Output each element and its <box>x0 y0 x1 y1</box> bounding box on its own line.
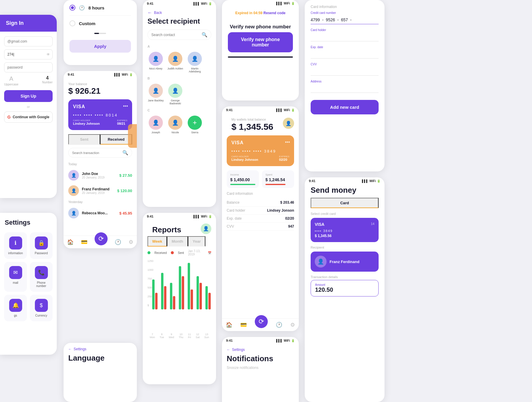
fab-transfer-button[interactable]: ⟳ <box>95 232 108 245</box>
mini-card-balance: $ 1,345.56 <box>315 234 374 238</box>
tab-sent[interactable]: Sent <box>68 134 100 145</box>
timer-8hours-label: 8 hours <box>88 5 104 10</box>
mw-card-icon[interactable]: 💳 <box>240 322 247 328</box>
name-nicole: Nicole <box>171 131 179 134</box>
sm-signal-icon: ▌▌▌ <box>362 179 368 183</box>
contacts-b-row: 👤 Jane Backley 👤 George Badowski <box>143 82 216 107</box>
timer-option-8hours[interactable]: 🕐 8 hours <box>64 0 137 15</box>
card-info-title: Card information <box>227 192 294 196</box>
r-wifi-icon: WiFi <box>201 215 207 218</box>
alpha-b: B <box>143 75 216 82</box>
tab-received[interactable]: Received <box>100 134 132 145</box>
txn-row-john[interactable]: 👤 John Doe 20 January, 2019 $ 27.50 <box>64 168 137 183</box>
contact-search-icon[interactable]: 🔍 <box>202 32 207 38</box>
signin-header: Sign In <box>0 15 57 32</box>
recipient-sm-label: Recipient <box>305 246 385 252</box>
date-range: Jan 7-13, 2019 📅 <box>188 249 211 256</box>
contact-judith[interactable]: 👤 Judith Acklen <box>167 52 184 73</box>
contact-george[interactable]: 👤 George Badowski <box>167 84 184 105</box>
mini-visa-card: 14 VISA •••• 3849 $ 1,345.56 <box>311 218 379 242</box>
notif-status-bar: 9:41 ▌▌▌ WiFi 🔋 <box>222 337 299 344</box>
settings-item-currency[interactable]: $ Currency <box>30 295 53 321</box>
number-icon: 4 <box>42 75 53 81</box>
search-icon[interactable]: 🔍 <box>122 150 128 155</box>
notif-back-row[interactable]: ← Settings <box>222 344 299 353</box>
apply-button[interactable]: Apply <box>69 40 131 53</box>
card-menu-icon[interactable]: ••• <box>123 103 128 109</box>
verify-button[interactable]: Verify new phone number <box>228 32 293 52</box>
mw-settings-icon[interactable]: ⚙ <box>290 322 295 328</box>
eye-icon[interactable]: 👁 <box>46 52 50 57</box>
select-card-label: Select credit card <box>305 212 385 218</box>
lock-icon: 🔒 <box>35 236 48 249</box>
home-nav-icon[interactable]: 🏠 <box>67 239 74 245</box>
sendmoney-status-bar: 9:41 ▌▌▌ WiFi 🔋 <box>305 177 385 184</box>
expdate-ci-label: Exp. date <box>311 46 379 49</box>
resend-link[interactable]: Resend code <box>263 11 286 15</box>
radio-custom[interactable] <box>69 20 75 26</box>
contact-jane[interactable]: 👤 Jane Backley <box>147 84 164 105</box>
addcard-button[interactable]: Add new card <box>311 100 379 114</box>
alpha-c: C <box>143 107 216 114</box>
orange-expires-val: 02/20 <box>279 158 289 161</box>
income-box: Income $ 1,450.00 <box>227 170 259 188</box>
day-thu: 10Thu <box>179 333 184 339</box>
mw-home-icon[interactable]: 🏠 <box>226 322 232 328</box>
day-sun: 13Sun <box>204 333 209 339</box>
tab-month[interactable]: Month <box>167 236 188 247</box>
exp-val: 02/20 <box>285 216 294 221</box>
txn-row-rebecca[interactable]: 👤 Rebecca Moo... $ 45.95 <box>64 205 137 221</box>
calendar-icon[interactable]: 📅 <box>208 251 211 255</box>
tab-year[interactable]: Year <box>188 236 205 247</box>
mw-fab-button[interactable]: ⟳ <box>255 315 268 328</box>
settings-item-password[interactable]: 🔒 Password <box>30 232 53 259</box>
address-ci-input[interactable] <box>311 84 379 93</box>
mail-label: mail <box>13 281 18 284</box>
contact-add[interactable]: + Sierra <box>186 116 203 134</box>
password-input[interactable] <box>4 49 53 59</box>
svg-rect-12 <box>205 286 208 309</box>
signin-hints: A Uppercase 4 Number <box>4 75 53 86</box>
clock-nav-icon[interactable]: 🕐 <box>115 239 121 245</box>
chart-area: 12501000750500250$ <box>143 257 216 332</box>
settings-nav-icon[interactable]: ⚙ <box>129 239 133 245</box>
tab-week[interactable]: Week <box>147 236 167 247</box>
settings-item-notifications[interactable]: 🔔 gs <box>4 295 27 321</box>
recipient-back-row[interactable]: ← Back <box>143 7 216 16</box>
txn-date-john: 20 January, 2019 <box>82 176 116 179</box>
timer-option-custom[interactable]: Custom <box>64 16 137 31</box>
add-contact-icon[interactable]: + <box>188 116 202 130</box>
tab-card-send[interactable]: Card <box>311 198 379 208</box>
search-input[interactable] <box>72 151 121 155</box>
cardholder-ci-input[interactable] <box>311 33 379 41</box>
contact-joseph[interactable]: 👤 Joseph <box>147 116 164 134</box>
card-nav-icon[interactable]: 💳 <box>81 239 87 245</box>
email-input[interactable] <box>4 36 53 46</box>
contact-nicole[interactable]: 👤 Nicole <box>167 116 184 134</box>
svg-rect-9 <box>191 289 193 309</box>
mw-clock-icon[interactable]: 🕐 <box>276 322 282 328</box>
total-label: My wallets total balance <box>227 114 278 122</box>
settings-item-mail[interactable]: ✉ mail <box>4 262 27 292</box>
radio-8hours[interactable] <box>69 5 75 11</box>
expdate-ci-input[interactable] <box>311 50 379 59</box>
password-placeholder[interactable] <box>4 62 53 72</box>
settings-item-phone[interactable]: 📞 Phone number <box>30 262 53 292</box>
settings-item-info[interactable]: ℹ information <box>4 232 27 259</box>
contact-search-input[interactable] <box>151 33 200 37</box>
signup-button[interactable]: Sign Up <box>4 90 53 102</box>
language-panel: ← Settings Language <box>64 343 137 402</box>
ccnum-input[interactable] <box>311 16 379 24</box>
spent-box: Spent $ 1,246.54 <box>262 170 294 188</box>
orange-card-menu[interactable]: ••• <box>285 140 290 145</box>
clock-icon: 🕐 <box>79 5 85 11</box>
mw-status-icons: ▌▌▌ WiFi 🔋 <box>276 108 295 112</box>
txn-row-franz[interactable]: 👤 Franz Ferdinand 20 January, 2019 $ 120… <box>64 183 137 198</box>
wifi-icon: WiFi <box>122 73 128 76</box>
lang-back-row[interactable]: ← Settings <box>64 343 137 352</box>
cvv-ci-input[interactable] <box>311 67 379 76</box>
contact-martin[interactable]: 👤 Martin Adelsberg <box>186 52 203 73</box>
contact-nicci[interactable]: 👤 Nicci Abrey <box>147 52 164 73</box>
google-signin-button[interactable]: G Continue with Google <box>4 111 53 123</box>
recipient-title: Select recipient <box>143 16 216 30</box>
